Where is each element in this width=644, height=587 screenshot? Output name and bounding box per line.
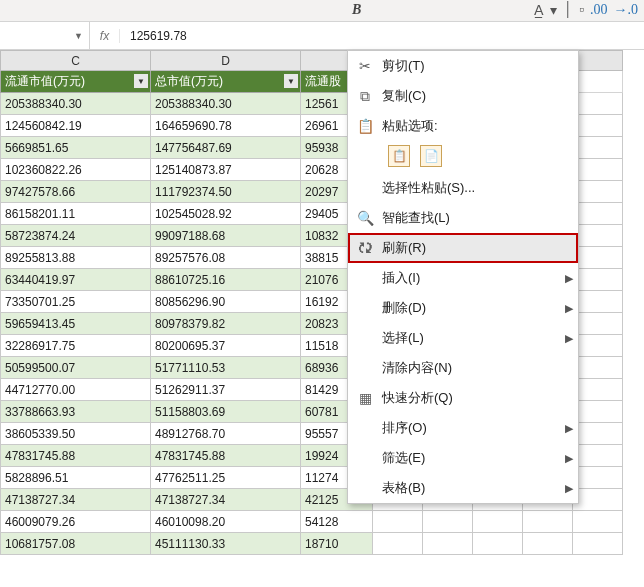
empty-cell[interactable] [423,533,473,555]
empty-cell[interactable] [473,533,523,555]
menu-paste-special[interactable]: 选择性粘贴(S)... [348,173,578,203]
empty-cell[interactable] [573,93,623,115]
cell[interactable]: 86158201.11 [1,203,151,225]
name-box[interactable]: ▼ [0,22,90,49]
menu-clear-contents[interactable]: 清除内容(N) [348,353,578,383]
cell[interactable]: 124560842.19 [1,115,151,137]
menu-filter[interactable]: 筛选(E) ▶ [348,443,578,473]
empty-cell[interactable] [473,511,523,533]
cell[interactable]: 59659413.45 [1,313,151,335]
decrease-decimal-icon[interactable]: .00 [590,2,608,19]
empty-cell[interactable] [573,203,623,225]
menu-smart-lookup[interactable]: 🔍 智能查找(L) [348,203,578,233]
bold-button[interactable]: B [352,2,361,18]
menu-quick-analysis[interactable]: ▦ 快速分析(Q) [348,383,578,413]
empty-cell[interactable] [573,401,623,423]
increase-decimal-icon[interactable]: →.0 [614,2,639,19]
empty-cell[interactable] [573,489,623,511]
cell[interactable]: 89257576.08 [151,247,301,269]
cell[interactable]: 50599500.07 [1,357,151,379]
menu-delete[interactable]: 删除(D) ▶ [348,293,578,323]
cell[interactable]: 44712770.00 [1,379,151,401]
menu-cut[interactable]: ✂ 剪切(T) [348,51,578,81]
cell[interactable]: 88610725.16 [151,269,301,291]
dropdown-icon[interactable]: ▾ [550,2,557,19]
empty-cell[interactable] [573,379,623,401]
empty-cell[interactable] [573,159,623,181]
cell[interactable]: 80200695.37 [151,335,301,357]
empty-cell[interactable] [373,533,423,555]
empty-cell[interactable] [373,511,423,533]
cell[interactable]: 97427578.66 [1,181,151,203]
empty-cell[interactable] [523,511,573,533]
empty-cell[interactable] [573,181,623,203]
menu-sort[interactable]: 排序(O) ▶ [348,413,578,443]
fx-label[interactable]: fx [90,29,120,43]
cell[interactable]: 63440419.97 [1,269,151,291]
cell[interactable]: 111792374.50 [151,181,301,203]
empty-cell[interactable] [573,533,623,555]
cell[interactable]: 48912768.70 [151,423,301,445]
menu-table[interactable]: 表格(B) ▶ [348,473,578,503]
cell[interactable]: 45111130.33 [151,533,301,555]
menu-copy[interactable]: ⧉ 复制(C) [348,81,578,111]
cell[interactable]: 32286917.75 [1,335,151,357]
formula-value[interactable]: 125619.78 [120,29,187,43]
cell[interactable]: 147756487.69 [151,137,301,159]
cell[interactable]: 205388340.30 [151,93,301,115]
empty-cell[interactable] [573,357,623,379]
empty-cell[interactable] [573,247,623,269]
empty-cell[interactable] [573,423,623,445]
cell[interactable]: 47831745.88 [151,445,301,467]
cell[interactable]: 33788663.93 [1,401,151,423]
cell[interactable]: 47138727.34 [1,489,151,511]
paste-option-values[interactable]: 📄 [420,145,442,167]
empty-cell[interactable] [573,313,623,335]
paste-option-default[interactable]: 📋 [388,145,410,167]
cell[interactable]: 51771110.53 [151,357,301,379]
cell[interactable]: 102545028.92 [151,203,301,225]
cell[interactable]: 73350701.25 [1,291,151,313]
cell[interactable]: 125140873.87 [151,159,301,181]
empty-cell[interactable] [573,115,623,137]
cell[interactable]: 58723874.24 [1,225,151,247]
cell[interactable]: 46010098.20 [151,511,301,533]
empty-cell[interactable] [573,269,623,291]
empty-cell[interactable] [573,511,623,533]
menu-insert[interactable]: 插入(I) ▶ [348,263,578,293]
cell[interactable]: 89255813.88 [1,247,151,269]
empty-cell[interactable] [573,225,623,247]
cell[interactable]: 80856296.90 [151,291,301,313]
cell[interactable]: 205388340.30 [1,93,151,115]
table-header-cell[interactable]: 总市值(万元)▼ [151,71,301,93]
cell[interactable]: 47138727.34 [151,489,301,511]
column-header-c[interactable]: C [1,51,151,71]
cell[interactable]: 47831745.88 [1,445,151,467]
cell[interactable]: 5669851.65 [1,137,151,159]
cell[interactable]: 47762511.25 [151,467,301,489]
font-size-icon[interactable]: A̲ [534,2,544,19]
empty-cell[interactable] [423,511,473,533]
cell[interactable]: 54128 [301,511,373,533]
cell[interactable]: 102360822.26 [1,159,151,181]
cell[interactable]: 18710 [301,533,373,555]
column-header[interactable] [573,51,623,71]
empty-cell[interactable] [573,137,623,159]
cell[interactable]: 80978379.82 [151,313,301,335]
table-header-cell[interactable]: 流通市值(万元)▼ [1,71,151,93]
cell[interactable]: 51262911.37 [151,379,301,401]
cell[interactable]: 46009079.26 [1,511,151,533]
column-header-d[interactable]: D [151,51,301,71]
chevron-down-icon[interactable]: ▼ [74,31,83,41]
cell[interactable]: 38605339.50 [1,423,151,445]
empty-cell[interactable] [573,467,623,489]
filter-dropdown-icon[interactable]: ▼ [284,74,298,88]
filter-dropdown-icon[interactable]: ▼ [134,74,148,88]
cell[interactable]: 164659690.78 [151,115,301,137]
cell[interactable]: 5828896.51 [1,467,151,489]
empty-cell[interactable] [523,533,573,555]
empty-cell[interactable] [573,335,623,357]
cell[interactable]: 99097188.68 [151,225,301,247]
menu-select[interactable]: 选择(L) ▶ [348,323,578,353]
empty-cell[interactable] [573,445,623,467]
